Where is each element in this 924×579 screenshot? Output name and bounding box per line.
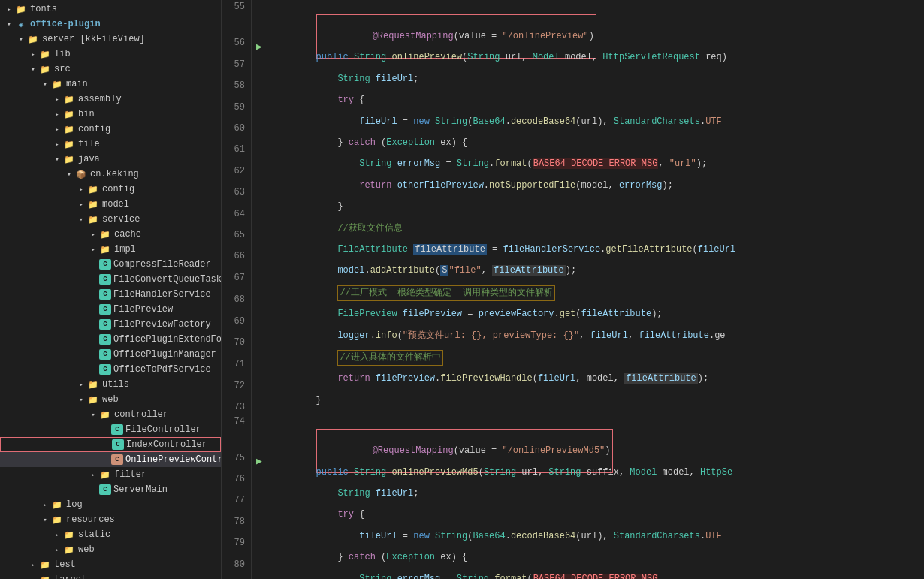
run-icon[interactable]: ▶ — [256, 454, 262, 469]
sidebar-item-file-handler-service[interactable]: C FileHandlerService — [0, 287, 221, 302]
line-gutter — [252, 336, 267, 357]
sidebar-item-web[interactable]: 📁 web — [0, 392, 221, 407]
sidebar-item-file-preview[interactable]: C FilePreview — [0, 302, 221, 317]
sidebar-item-label: model — [102, 199, 129, 210]
sidebar-item-label: fonts — [30, 4, 57, 14]
folder-icon: 📁 — [63, 123, 75, 135]
sidebar-item-label: FilePreview — [113, 304, 173, 315]
chevron-icon — [51, 546, 63, 554]
sidebar-item-label: static — [78, 529, 110, 540]
code-line-60: 60 } catch (Exception ex) { — [222, 122, 924, 143]
sidebar-item-main[interactable]: 📁 main — [0, 77, 221, 92]
line-content: } — [267, 185, 924, 207]
line-gutter — [252, 249, 267, 270]
sidebar-item-label: FilePreviewFactory — [113, 319, 211, 330]
folder-icon: 📁 — [87, 213, 99, 225]
sidebar-item-file[interactable]: 📁 file — [0, 137, 221, 152]
folder-icon: 📁 — [63, 529, 75, 541]
line-gutter — [252, 536, 267, 557]
sidebar-item-file-controller[interactable]: C FileController — [0, 422, 221, 437]
line-gutter — [252, 271, 267, 293]
sidebar-item-target[interactable]: 📁 target — [0, 572, 221, 579]
sidebar-item-assembly[interactable]: 📁 assembly — [0, 92, 221, 107]
line-gutter — [252, 315, 267, 336]
sidebar-item-utils[interactable]: 📁 utils — [0, 377, 221, 392]
sidebar-item-file-preview-factory[interactable]: C FilePreviewFactory — [0, 317, 221, 332]
sidebar-item-office-plugin-manager[interactable]: C OfficePluginManager — [0, 347, 221, 362]
sidebar-item-filter[interactable]: 📁 filter — [0, 467, 221, 482]
sidebar-item-config[interactable]: 📁 config — [0, 122, 221, 137]
line-gutter: ▶ — [252, 451, 267, 472]
sidebar-item-label: utils — [102, 379, 129, 390]
code-line-61: 61 String errorMsg = String.format(BASE6… — [222, 143, 924, 164]
class-icon: C — [99, 274, 111, 285]
line-content: public String onlinePreviewMd5(String ur… — [267, 451, 924, 472]
sidebar-item-static[interactable]: 📁 static — [0, 527, 221, 542]
sidebar-item-compress-file-reader[interactable]: C CompressFileReader — [0, 257, 221, 272]
sidebar-item-label: bin — [78, 109, 95, 119]
sidebar-item-label: test — [54, 559, 76, 570]
line-number: 74 — [222, 415, 252, 451]
code-editor: 55 @RequestMapping(value = "/onlinePrevi… — [222, 0, 924, 579]
sidebar-item-fonts[interactable]: 📁 fonts — [0, 2, 221, 17]
sidebar-item-label: web — [78, 544, 95, 555]
sidebar-item-cache[interactable]: 📁 cache — [0, 227, 221, 242]
line-gutter — [252, 228, 267, 249]
folder-icon: 📁 — [63, 544, 75, 556]
line-gutter — [252, 493, 267, 514]
line-content: } — [267, 379, 924, 400]
sidebar-item-java[interactable]: 📁 java — [0, 152, 221, 167]
run-icon[interactable]: ▶ — [256, 40, 262, 54]
sidebar-item-src[interactable]: 📁 src — [0, 62, 221, 77]
sidebar-item-label: service — [102, 214, 140, 225]
sidebar-item-online-preview-controller[interactable]: C OnlinePreviewController — [0, 452, 221, 467]
code-line-72: 72 } — [222, 379, 924, 400]
code-line-63: 63 } — [222, 185, 924, 207]
folder-icon: 📁 — [39, 48, 51, 60]
class-icon: C — [99, 319, 111, 330]
sidebar-item-index-controller[interactable]: C IndexController — [0, 437, 221, 452]
sidebar-item-server[interactable]: 📁 server [kkFileView] — [0, 32, 221, 47]
sidebar-item-file-convert-queue-task[interactable]: C FileConvertQueueTask — [0, 272, 221, 287]
file-tree[interactable]: 📁 fonts ◈ office-plugin 📁 server [kkFile… — [0, 0, 222, 579]
sidebar-item-test[interactable]: 📁 test — [0, 557, 221, 572]
line-number: 77 — [222, 493, 252, 514]
class-icon: C — [99, 259, 111, 270]
line-number: 58 — [222, 79, 252, 100]
folder-icon: 📁 — [99, 243, 111, 255]
sidebar-item-office-plugin-extend[interactable]: C OfficePluginExtendFormatReg — [0, 332, 221, 347]
line-gutter — [252, 293, 267, 314]
sidebar-item-service[interactable]: 📁 service — [0, 212, 221, 227]
line-content: FilePreview filePreview = previewFactory… — [267, 293, 924, 314]
line-content: fileUrl = new String(Base64.decodeBase64… — [267, 101, 924, 122]
folder-icon: 📁 — [51, 514, 63, 526]
line-number: 61 — [222, 143, 252, 164]
sidebar-item-impl[interactable]: 📁 impl — [0, 242, 221, 257]
sidebar-item-controller[interactable]: 📁 controller — [0, 407, 221, 422]
line-number: 79 — [222, 536, 252, 557]
folder-icon: 📁 — [63, 93, 75, 105]
sidebar-item-lib[interactable]: 📁 lib — [0, 47, 221, 62]
sidebar-item-label: main — [66, 79, 88, 89]
package-icon: 📦 — [75, 168, 87, 180]
sidebar-item-bin[interactable]: 📁 bin — [0, 107, 221, 122]
folder-icon: 📁 — [51, 499, 63, 511]
sidebar-item-label: cn.keking — [90, 169, 139, 179]
sidebar-item-model[interactable]: 📁 model — [0, 197, 221, 212]
sidebar-item-web2[interactable]: 📁 web — [0, 542, 221, 557]
folder-icon: 📁 — [99, 469, 111, 481]
class-icon: C — [99, 349, 111, 360]
sidebar-item-resources[interactable]: 📁 resources — [0, 512, 221, 527]
line-gutter — [252, 400, 267, 415]
sidebar-item-office-to-pdf-service[interactable]: C OfficeToPdfService — [0, 362, 221, 377]
sidebar-item-office-plugin[interactable]: ◈ office-plugin — [0, 17, 221, 32]
sidebar-item-log[interactable]: 📁 log — [0, 497, 221, 512]
sidebar-item-config2[interactable]: 📁 config — [0, 182, 221, 197]
sidebar-item-server-main[interactable]: C ServerMain — [0, 482, 221, 497]
line-content: //工厂模式 根绝类型确定 调用种类型的文件解析 — [267, 271, 924, 293]
code-line-57: 57 String fileUrl; — [222, 58, 924, 79]
sidebar-item-label: config — [78, 124, 110, 134]
chevron-icon — [75, 185, 87, 194]
sidebar-item-cn-keking[interactable]: 📦 cn.keking — [0, 167, 221, 182]
line-content: } catch (Exception ex) { — [267, 536, 924, 557]
